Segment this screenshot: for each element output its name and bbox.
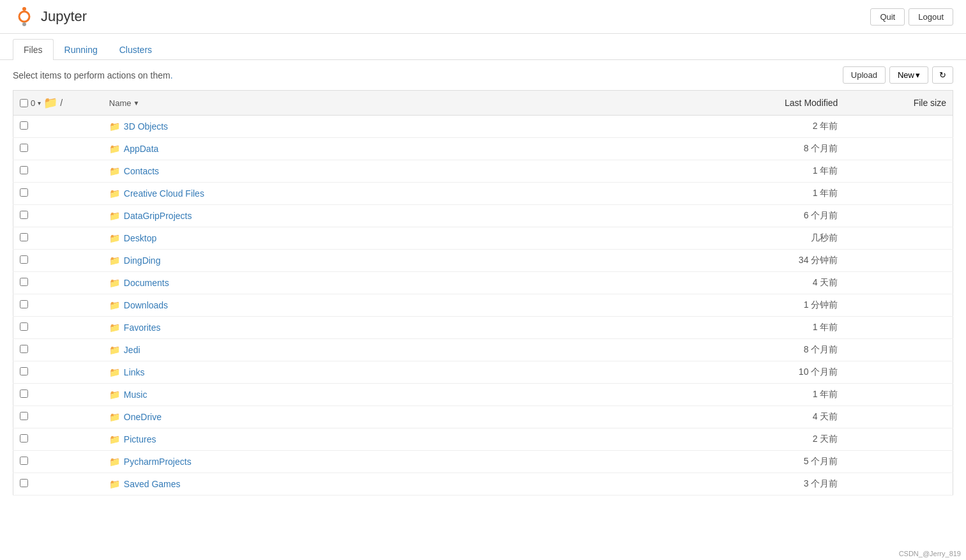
row-name-cell: 📁AppData <box>103 138 667 160</box>
svg-point-0 <box>19 11 29 22</box>
table-row: 📁Downloads1 分钟前 <box>13 294 953 317</box>
row-size-cell <box>850 384 953 406</box>
row-checkbox[interactable] <box>20 345 28 353</box>
row-size-cell <box>850 183 953 205</box>
logo: Jupyter <box>13 5 87 28</box>
row-modified-cell: 4 天前 <box>667 406 850 428</box>
row-name-cell: 📁Music <box>103 384 667 406</box>
file-link[interactable]: Pictures <box>124 434 156 444</box>
logout-button[interactable]: Logout <box>909 8 953 26</box>
folder-icon: 📁 <box>109 211 120 221</box>
row-checkbox[interactable] <box>20 233 28 241</box>
select-dropdown-icon[interactable]: ▾ <box>38 100 41 107</box>
new-button[interactable]: New ▾ <box>889 66 928 84</box>
file-link[interactable]: 3D Objects <box>124 121 168 132</box>
file-link[interactable]: Jedi <box>124 345 140 355</box>
toolbar-right: Upload New ▾ ↻ <box>843 66 953 84</box>
file-link[interactable]: Music <box>124 390 147 400</box>
table-row: 📁3D Objects2 年前 <box>13 116 953 138</box>
folder-icon: 📁 <box>109 233 120 243</box>
table-header-row: 0 ▾ 📁 / Name ▼ Last Modified Fil <box>13 91 953 116</box>
file-link[interactable]: AppData <box>124 144 158 154</box>
select-link[interactable]: . <box>170 70 173 80</box>
tab-files[interactable]: Files <box>13 39 54 60</box>
file-link[interactable]: Desktop <box>124 233 156 243</box>
row-checkbox[interactable] <box>20 434 28 443</box>
row-checkbox[interactable] <box>20 144 28 152</box>
row-modified-cell: 1 分钟前 <box>667 294 850 317</box>
table-row: 📁DingDing34 分钟前 <box>13 250 953 272</box>
row-checkbox-cell <box>13 361 103 384</box>
row-checkbox-cell <box>13 294 103 317</box>
tab-bar: Files Running Clusters <box>0 39 966 60</box>
row-checkbox[interactable] <box>20 166 28 174</box>
table-row: 📁DataGripProjects6 个月前 <box>13 205 953 227</box>
row-checkbox[interactable] <box>20 211 28 219</box>
upload-button[interactable]: Upload <box>843 66 886 84</box>
row-checkbox-cell <box>13 339 103 361</box>
folder-icon: 📁 <box>109 367 120 377</box>
toolbar: Select items to perform actions on them.… <box>0 60 966 90</box>
row-name-cell: 📁Saved Games <box>103 473 667 496</box>
file-link[interactable]: PycharmProjects <box>124 457 192 467</box>
folder-icon: 📁 <box>109 322 120 333</box>
row-checkbox-cell <box>13 116 103 138</box>
tab-clusters[interactable]: Clusters <box>109 39 163 60</box>
table-row: 📁Contacts1 年前 <box>13 160 953 183</box>
file-link[interactable]: Favorites <box>124 322 161 333</box>
row-checkbox[interactable] <box>20 367 28 375</box>
row-checkbox[interactable] <box>20 322 28 331</box>
file-link[interactable]: DataGripProjects <box>124 211 192 221</box>
file-link[interactable]: Links <box>124 367 145 377</box>
folder-icon: 📁 <box>109 255 120 266</box>
size-column-header[interactable]: File size <box>850 91 953 116</box>
row-checkbox[interactable] <box>20 479 28 487</box>
file-link[interactable]: OneDrive <box>124 412 162 422</box>
modified-column-header[interactable]: Last Modified <box>667 91 850 116</box>
row-modified-cell: 3 个月前 <box>667 473 850 496</box>
row-name-cell: 📁DingDing <box>103 250 667 272</box>
name-sort-button[interactable]: Name ▼ <box>109 98 660 108</box>
row-checkbox-cell <box>13 250 103 272</box>
table-row: 📁Links10 个月前 <box>13 361 953 384</box>
table-row: 📁Saved Games3 个月前 <box>13 473 953 496</box>
row-size-cell <box>850 116 953 138</box>
table-row: 📁Documents4 天前 <box>13 272 953 294</box>
row-checkbox[interactable] <box>20 390 28 398</box>
row-name-cell: 📁Documents <box>103 272 667 294</box>
file-link[interactable]: DingDing <box>124 255 161 266</box>
row-checkbox[interactable] <box>20 300 28 308</box>
select-all-checkbox[interactable] <box>20 99 28 107</box>
row-modified-cell: 34 分钟前 <box>667 250 850 272</box>
row-checkbox[interactable] <box>20 457 28 465</box>
row-name-cell: 📁Favorites <box>103 317 667 339</box>
row-checkbox[interactable] <box>20 121 28 130</box>
quit-button[interactable]: Quit <box>870 8 905 26</box>
refresh-button[interactable]: ↻ <box>932 66 953 84</box>
name-column-header[interactable]: Name ▼ <box>103 91 667 116</box>
row-checkbox[interactable] <box>20 412 28 420</box>
row-checkbox[interactable] <box>20 278 28 286</box>
file-link[interactable]: Downloads <box>124 300 168 310</box>
size-col-label: File size <box>914 98 946 108</box>
row-checkbox[interactable] <box>20 188 28 197</box>
folder-icon: 📁 <box>109 278 120 288</box>
file-link[interactable]: Contacts <box>124 166 159 176</box>
sort-arrow-icon: ▼ <box>133 100 140 107</box>
row-size-cell <box>850 473 953 496</box>
selected-count: 0 <box>31 98 35 108</box>
row-name-cell: 📁Pictures <box>103 428 667 451</box>
row-size-cell <box>850 428 953 451</box>
modified-col-label: Last Modified <box>785 98 838 108</box>
file-link[interactable]: Saved Games <box>124 479 181 489</box>
file-link[interactable]: Creative Cloud Files <box>124 188 204 199</box>
tab-running[interactable]: Running <box>54 39 109 60</box>
row-checkbox-cell <box>13 160 103 183</box>
row-modified-cell: 几秒前 <box>667 227 850 250</box>
folder-icon: 📁 <box>109 300 120 310</box>
app-header: Jupyter Quit Logout <box>0 0 966 34</box>
row-modified-cell: 8 个月前 <box>667 339 850 361</box>
row-checkbox[interactable] <box>20 255 28 264</box>
row-modified-cell: 4 天前 <box>667 272 850 294</box>
file-link[interactable]: Documents <box>124 278 169 288</box>
